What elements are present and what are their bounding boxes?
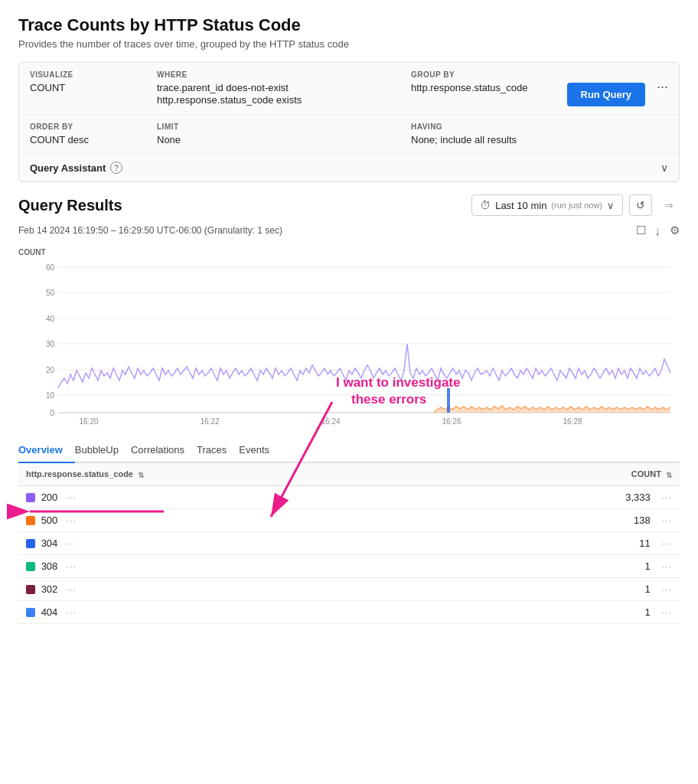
status-code-value: 304 xyxy=(41,537,58,549)
tab-events[interactable]: Events xyxy=(239,438,282,463)
query-row-1: VISUALIZE COUNT WHERE trace.parent_id do… xyxy=(19,63,679,115)
cell-count: 1 ··· xyxy=(470,577,680,600)
cell-status-code: 304 ··· xyxy=(18,531,470,554)
row-options[interactable]: ··· xyxy=(66,537,77,549)
svg-text:10: 10 xyxy=(46,391,55,400)
table-header-row: http.response.status_code ⇅ COUNT ⇅ xyxy=(18,463,680,485)
visualize-label: VISUALIZE xyxy=(30,70,157,79)
cell-status-code: 308 ··· xyxy=(18,554,470,577)
chart-svg: 60 50 40 30 20 10 0 16:20 16:22 16:24 16… xyxy=(18,260,680,428)
limit-value[interactable]: None xyxy=(157,134,411,145)
clock-icon: ⏱ xyxy=(480,199,491,211)
more-button[interactable]: ... xyxy=(657,77,668,90)
row-options-right[interactable]: ··· xyxy=(661,492,672,503)
refresh-button[interactable]: ↺ xyxy=(629,194,652,216)
svg-text:60: 60 xyxy=(46,263,55,272)
tab-traces[interactable]: Traces xyxy=(197,438,239,463)
row-options-right[interactable]: ··· xyxy=(661,560,672,572)
download-button[interactable]: ↓ xyxy=(655,224,661,237)
results-actions: ⏱ Last 10 min (run just now) ∨ ↺ ⇒ xyxy=(471,194,680,216)
where-line1: trace.parent_id does-not-exist xyxy=(157,82,411,93)
query-assistant-row[interactable]: Query Assistant ? ∨ xyxy=(19,154,679,181)
tab-bubbleup[interactable]: BubbleUp xyxy=(75,438,131,463)
page-subtitle: Provides the number of traces over time,… xyxy=(18,38,680,50)
order-by-value[interactable]: COUNT desc xyxy=(30,134,157,145)
where-value[interactable]: trace.parent_id does-not-exist http.resp… xyxy=(157,82,411,106)
sort-icon-count: ⇅ xyxy=(666,471,672,479)
table-body: 200 ··· 3,333 ··· 500 ··· 138 ··· 304 ··… xyxy=(18,485,680,623)
svg-text:20: 20 xyxy=(46,366,55,374)
having-col: HAVING None; include all results xyxy=(411,122,538,145)
tab-overview[interactable]: Overview xyxy=(18,438,75,463)
query-assistant-label: Query Assistant ? xyxy=(30,162,122,174)
col-count[interactable]: COUNT ⇅ xyxy=(470,463,680,485)
visualize-value[interactable]: COUNT xyxy=(30,82,157,93)
time-range-label: Last 10 min xyxy=(495,200,546,211)
table-row[interactable]: 302 ··· 1 ··· xyxy=(18,577,680,600)
cell-status-code: 302 ··· xyxy=(18,577,470,600)
status-code-value: 404 xyxy=(41,606,58,618)
limit-label: LIMIT xyxy=(157,122,411,131)
color-dot xyxy=(26,585,35,594)
tab-correlations[interactable]: Correlations xyxy=(131,438,197,463)
results-table: http.response.status_code ⇅ COUNT ⇅ 200 … xyxy=(18,463,680,624)
table-row[interactable]: 304 ··· 11 ··· xyxy=(18,531,680,554)
status-code-value: 302 xyxy=(41,583,58,595)
row-options-right[interactable]: ··· xyxy=(661,583,672,595)
table-row[interactable]: 200 ··· 3,333 ··· xyxy=(18,485,680,508)
svg-text:30: 30 xyxy=(46,340,55,348)
table-row[interactable]: 404 ··· 1 ··· xyxy=(18,600,680,623)
where-line2: http.response.status_code exists xyxy=(157,94,411,106)
run-query-col: Run Query xyxy=(538,70,645,106)
row-options[interactable]: ··· xyxy=(66,492,77,503)
results-header: Query Results ⏱ Last 10 min (run just no… xyxy=(18,194,680,216)
table-row[interactable]: 500 ··· 138 ··· xyxy=(18,508,680,531)
color-dot xyxy=(26,608,35,617)
svg-text:16:28: 16:28 xyxy=(563,417,582,426)
group-by-value[interactable]: http.response.status_code xyxy=(411,82,538,93)
chart-svg-container[interactable]: 60 50 40 30 20 10 0 16:20 16:22 16:24 16… xyxy=(18,260,680,430)
row-options-right[interactable]: ··· xyxy=(661,537,672,549)
color-dot xyxy=(26,562,35,571)
status-code-value: 200 xyxy=(41,492,58,503)
cell-count: 1 ··· xyxy=(470,554,680,577)
query-row-2: ORDER BY COUNT desc LIMIT None HAVING No… xyxy=(19,115,679,154)
row-options-right[interactable]: ··· xyxy=(661,514,672,526)
chart-area: COUNT 60 50 40 30 20 10 0 16:20 16:22 16… xyxy=(18,248,680,430)
cell-status-code: 404 ··· xyxy=(18,600,470,623)
where-label: WHERE xyxy=(157,70,411,79)
time-range-sub: (run just now) xyxy=(551,201,602,210)
help-icon: ? xyxy=(110,162,122,174)
cell-count: 3,333 ··· xyxy=(470,485,680,508)
query-builder: VISUALIZE COUNT WHERE trace.parent_id do… xyxy=(18,62,680,182)
chevron-down-icon: ∨ xyxy=(660,162,668,174)
table-row[interactable]: 308 ··· 1 ··· xyxy=(18,554,680,577)
group-by-col: GROUP BY http.response.status_code xyxy=(411,70,538,93)
results-meta-text: Feb 14 2024 16:19:50 – 16:29:50 UTC-06:0… xyxy=(18,225,282,236)
limit-col: LIMIT None xyxy=(157,122,411,145)
svg-text:16:20: 16:20 xyxy=(79,417,98,426)
color-dot xyxy=(26,516,35,525)
svg-text:50: 50 xyxy=(46,289,55,297)
having-value[interactable]: None; include all results xyxy=(411,134,538,145)
visualize-col: VISUALIZE COUNT xyxy=(30,70,157,93)
row-options[interactable]: ··· xyxy=(66,514,77,526)
run-query-button[interactable]: Run Query xyxy=(567,83,645,106)
order-by-col: ORDER BY COUNT desc xyxy=(30,122,157,145)
col-status-code[interactable]: http.response.status_code ⇅ xyxy=(18,463,470,485)
svg-text:16:24: 16:24 xyxy=(321,417,340,426)
group-by-label: GROUP BY xyxy=(411,70,538,79)
svg-text:40: 40 xyxy=(46,315,55,323)
row-options[interactable]: ··· xyxy=(66,560,77,572)
row-options-right[interactable]: ··· xyxy=(661,606,672,618)
comment-button[interactable]: ☐ xyxy=(636,224,646,237)
time-picker[interactable]: ⏱ Last 10 min (run just now) ∨ xyxy=(471,194,623,216)
settings-button[interactable]: ⚙ xyxy=(670,224,680,237)
forward-button[interactable]: ⇒ xyxy=(658,195,680,215)
row-options[interactable]: ··· xyxy=(66,583,77,595)
page-title: Trace Counts by HTTP Status Code xyxy=(18,15,680,35)
having-label: HAVING xyxy=(411,122,538,131)
color-dot xyxy=(26,493,35,502)
cell-count: 138 ··· xyxy=(470,508,680,531)
row-options[interactable]: ··· xyxy=(66,606,77,618)
